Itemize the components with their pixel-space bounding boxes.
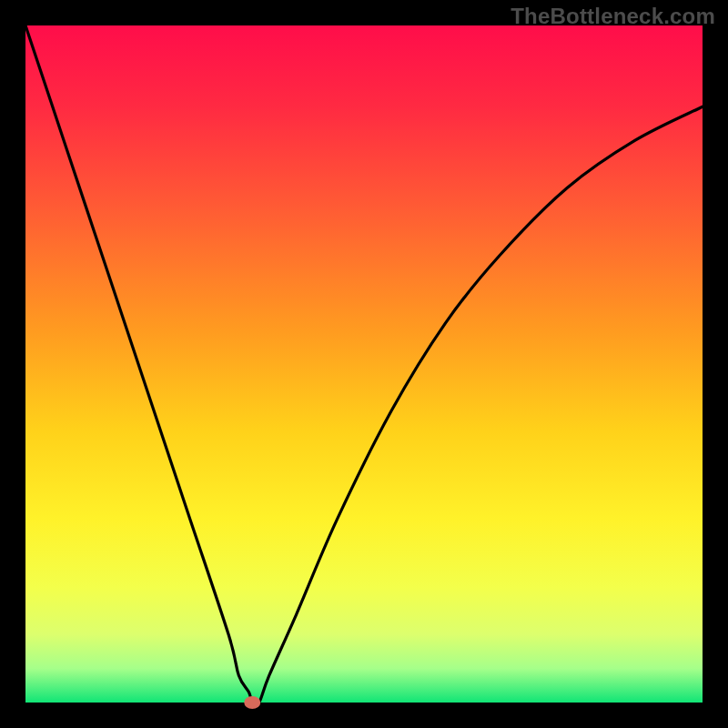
bottleneck-chart-svg (0, 0, 728, 728)
plot-area (25, 25, 703, 703)
watermark-text: TheBottleneck.com (511, 4, 715, 29)
chart-stage: TheBottleneck.com (0, 0, 728, 728)
min-point-marker (244, 696, 260, 709)
